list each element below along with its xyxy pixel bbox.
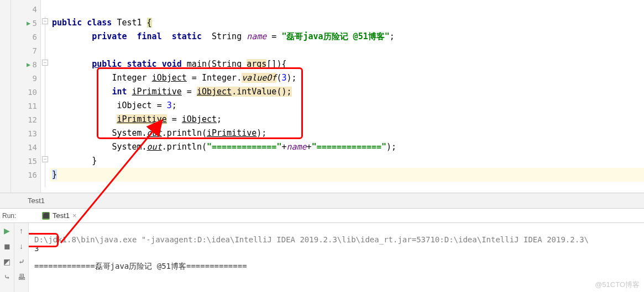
line-number: 15 (28, 157, 37, 166)
console-output[interactable]: D:\jdk1.8\bin\java.exe "-javaagent:D:\id… (29, 223, 644, 292)
code-line: Integer iObject = Integer.valueOf(3); (50, 71, 644, 85)
wrap-button[interactable]: ⤶ (16, 256, 27, 267)
run-panel: ▶ ◼ ◩ ⤷ ↑ ↓ ⤶ 🖶 D:\jdk1.8\bin\java.exe "… (0, 223, 644, 292)
run-gutter-icon[interactable]: ▶ (27, 19, 30, 27)
code-line: } (50, 154, 644, 168)
line-number: 16 (28, 171, 37, 179)
code-line: public static void main(String args[]){ (50, 57, 644, 71)
watermark: @51CTO博客 (595, 280, 640, 290)
run-tool-col-2: ↑ ↓ ⤶ 🖶 (14, 223, 29, 292)
left-tool-strip (0, 0, 11, 193)
run-header: ⬛ Test1 × (0, 209, 644, 223)
up-button[interactable]: ↑ (16, 225, 27, 236)
console-line: 3 (34, 244, 39, 253)
line-number: 5 (33, 19, 37, 28)
console-line: =============磊哥java历险记 @51博客============… (34, 262, 247, 270)
stop-button[interactable]: ◼ (2, 241, 13, 252)
line-number: 4 (33, 5, 37, 14)
active-tab[interactable]: Test1 (28, 197, 45, 205)
fold-strip[interactable]: − − − (41, 0, 50, 193)
line-number: 11 (28, 102, 37, 110)
run-config-icon: ⬛ (42, 212, 50, 220)
code-line: System.out.println("============="+name+… (50, 140, 644, 154)
code-line (50, 2, 644, 16)
code-line: iPrimitive = iObject; (50, 113, 644, 126)
rerun-button[interactable]: ▶ (2, 225, 13, 236)
code-line: iObject = 3; (50, 99, 644, 113)
code-line: } (50, 168, 644, 182)
print-button[interactable]: 🖶 (16, 272, 27, 283)
run-config-tab[interactable]: ⬛ Test1 × (39, 210, 80, 221)
code-line: public class Test1 { (50, 16, 644, 30)
line-number: 7 (33, 46, 37, 55)
editor-tabs-bar: Test1 (0, 193, 644, 209)
run-tool-col-1: ▶ ◼ ◩ ⤷ (0, 223, 14, 292)
gutter[interactable]: 4 ▶5 6 7 ▶8 9 10 11 12 13 14 15 16 (11, 0, 41, 193)
down-button[interactable]: ↓ (16, 241, 27, 252)
code-line (50, 44, 644, 57)
run-label: Run: (2, 212, 16, 220)
close-icon[interactable]: × (72, 211, 77, 220)
console-cmd: D:\jdk1.8\bin\java.exe "-javaagent:D:\id… (34, 235, 589, 244)
code-line: private final static String name = "磊哥ja… (50, 30, 644, 44)
run-gutter-icon[interactable]: ▶ (27, 61, 30, 68)
line-number: 6 (33, 33, 37, 41)
dump-button[interactable]: ◩ (2, 256, 13, 267)
line-number: 10 (28, 88, 37, 97)
editor-area: 4 ▶5 6 7 ▶8 9 10 11 12 13 14 15 16 − − −… (0, 0, 644, 193)
line-number: 9 (33, 74, 37, 83)
code-line: System.out.println(iPrimitive); (50, 126, 644, 140)
code-line: int iPrimitive = iObject.intValue(); (50, 85, 644, 99)
line-number: 8 (33, 60, 37, 69)
run-tab-label: Test1 (53, 211, 70, 220)
line-number: 14 (28, 143, 37, 152)
fold-toggle-icon[interactable]: − (42, 156, 48, 162)
exit-button[interactable]: ⤷ (2, 272, 13, 283)
fold-toggle-icon[interactable]: − (42, 60, 48, 66)
code-editor[interactable]: public class Test1 { private final stati… (50, 0, 644, 193)
line-number: 12 (28, 115, 37, 124)
fold-toggle-icon[interactable]: − (42, 18, 48, 24)
line-number: 13 (28, 129, 37, 138)
